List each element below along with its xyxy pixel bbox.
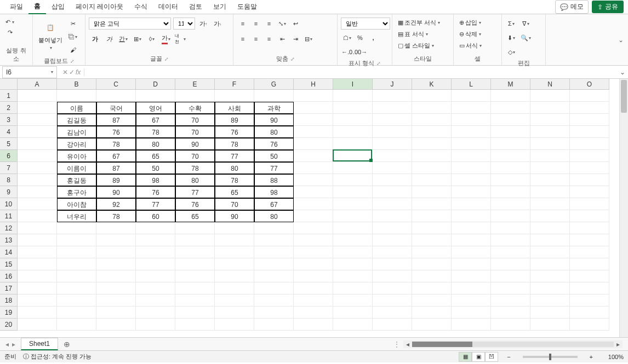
cell[interactable] — [373, 126, 412, 138]
row-header-16[interactable]: 16 — [0, 270, 18, 282]
zoom-level[interactable]: 100% — [602, 354, 624, 360]
cell[interactable] — [57, 307, 96, 319]
cell[interactable] — [333, 126, 373, 138]
cell[interactable]: 수확 — [175, 102, 215, 114]
cell[interactable] — [412, 210, 452, 222]
cell[interactable] — [412, 307, 452, 319]
col-header-M[interactable]: M — [491, 79, 530, 90]
cell[interactable] — [18, 198, 57, 210]
vertical-scrollbar[interactable] — [619, 79, 628, 337]
undo-button[interactable]: ↶▾ — [3, 18, 16, 27]
cell[interactable] — [294, 198, 333, 210]
insert-cells-button[interactable]: ⊕삽입▾ — [457, 18, 483, 28]
cell[interactable] — [96, 222, 136, 234]
cell[interactable] — [333, 90, 373, 102]
cell[interactable] — [452, 210, 491, 222]
delete-cells-button[interactable]: ⊖삭제▾ — [457, 29, 483, 39]
cell[interactable] — [333, 222, 373, 234]
cell[interactable]: 67 — [136, 114, 175, 126]
cell[interactable] — [254, 270, 294, 282]
clipboard-launcher[interactable]: ⤢ — [70, 59, 75, 64]
cell[interactable]: 70 — [175, 150, 215, 162]
cell[interactable] — [96, 282, 136, 294]
cell[interactable] — [570, 319, 609, 331]
cell[interactable] — [57, 258, 96, 270]
cell[interactable] — [491, 162, 530, 174]
cell[interactable] — [373, 198, 412, 210]
cell[interactable] — [254, 258, 294, 270]
cell[interactable] — [570, 210, 609, 222]
cell[interactable]: 67 — [96, 150, 136, 162]
cell[interactable] — [412, 114, 452, 126]
cell[interactable] — [136, 270, 175, 282]
cell[interactable] — [96, 90, 136, 102]
cell[interactable] — [18, 282, 57, 294]
cell[interactable] — [294, 210, 333, 222]
cell[interactable] — [294, 126, 333, 138]
cell[interactable] — [452, 307, 491, 319]
cell[interactable]: 87 — [96, 162, 136, 174]
cell[interactable] — [491, 282, 530, 294]
sheet-next-button[interactable]: ▸ — [12, 340, 15, 348]
cell[interactable] — [412, 234, 452, 246]
cell[interactable] — [18, 258, 57, 270]
cell[interactable] — [373, 102, 412, 114]
cell[interactable] — [333, 270, 373, 282]
cell[interactable] — [57, 246, 96, 258]
cell[interactable] — [333, 138, 373, 150]
cell[interactable] — [215, 90, 254, 102]
cell[interactable] — [530, 102, 570, 114]
row-header-18[interactable]: 18 — [0, 294, 18, 307]
cell[interactable] — [452, 234, 491, 246]
cell[interactable]: 국어 — [96, 102, 136, 114]
row-header-2[interactable]: 2 — [0, 102, 18, 114]
cell[interactable] — [412, 126, 452, 138]
cell[interactable] — [333, 162, 373, 174]
cell[interactable] — [294, 246, 333, 258]
cell-style-button[interactable]: ▢셀 스타일▾ — [396, 41, 436, 51]
sheet-prev-button[interactable]: ◂ — [5, 340, 9, 348]
col-header-O[interactable]: O — [570, 79, 609, 90]
cell[interactable] — [570, 294, 609, 307]
cell[interactable] — [530, 282, 570, 294]
cell[interactable] — [373, 210, 412, 222]
cell[interactable] — [570, 126, 609, 138]
cell[interactable] — [18, 90, 57, 102]
cell[interactable]: 88 — [254, 174, 294, 186]
cell[interactable]: 98 — [136, 174, 175, 186]
cell[interactable]: 77 — [136, 198, 175, 210]
cell[interactable] — [57, 234, 96, 246]
cell[interactable] — [570, 222, 609, 234]
bold-button[interactable]: 가 — [89, 33, 101, 45]
cell[interactable] — [18, 234, 57, 246]
cell[interactable]: 강아리 — [57, 138, 96, 150]
cell[interactable] — [491, 234, 530, 246]
cell[interactable] — [18, 126, 57, 138]
cell[interactable] — [294, 282, 333, 294]
row-header-7[interactable]: 7 — [0, 162, 18, 174]
cell[interactable] — [333, 114, 373, 126]
cell[interactable] — [175, 282, 215, 294]
select-all-corner[interactable] — [0, 79, 18, 90]
cell[interactable] — [491, 198, 530, 210]
align-launcher[interactable]: ⤢ — [290, 56, 295, 62]
memo-button[interactable]: 💬 메모 — [555, 0, 589, 14]
cell[interactable] — [491, 90, 530, 102]
cell[interactable] — [373, 234, 412, 246]
col-header-D[interactable]: D — [136, 79, 175, 90]
cell[interactable] — [452, 282, 491, 294]
col-header-I[interactable]: I — [333, 79, 373, 90]
cell[interactable]: 78 — [136, 126, 175, 138]
row-header-1[interactable]: 1 — [0, 90, 18, 102]
cell[interactable] — [175, 246, 215, 258]
accessibility-status[interactable]: ⓘ 접근성: 계속 진행 가능 — [23, 353, 92, 361]
cell[interactable] — [333, 186, 373, 198]
cell[interactable]: 80 — [136, 138, 175, 150]
cell[interactable]: 50 — [136, 162, 175, 174]
cell[interactable] — [491, 126, 530, 138]
cell[interactable] — [570, 138, 609, 150]
cell[interactable] — [452, 114, 491, 126]
fill-color-button[interactable]: ◊▾ — [146, 33, 158, 45]
cell[interactable] — [294, 319, 333, 331]
col-header-K[interactable]: K — [412, 79, 452, 90]
